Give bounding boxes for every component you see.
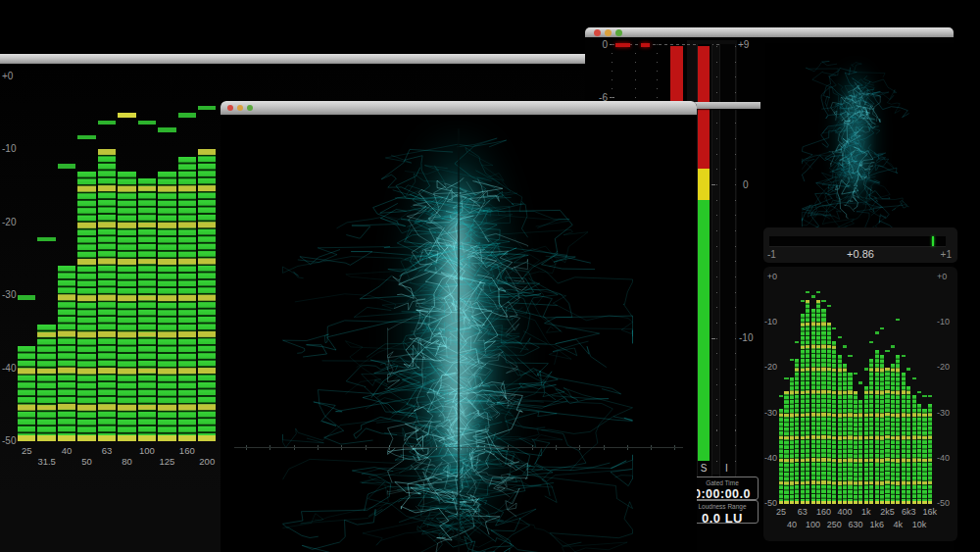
peak-hold-segment	[821, 300, 825, 302]
spectrum-bar	[832, 341, 836, 504]
peak-hold-segment	[928, 395, 932, 397]
minimize-button[interactable]	[237, 105, 243, 111]
spectrum-bar-base-row	[902, 501, 906, 504]
spectrum-bar-base-row	[784, 501, 788, 504]
spectrum-bar-base-row	[827, 501, 831, 504]
peak-hold-segment	[827, 305, 831, 307]
db-tick-label: -40	[937, 454, 950, 463]
peak-hold-segment	[806, 291, 809, 293]
spectrum-bar-base-row	[869, 501, 873, 504]
peak-hold-segment	[795, 341, 799, 343]
spectrum-bar-base-row	[912, 501, 916, 504]
spectrum-bar	[784, 391, 788, 505]
spectrum-bar-base-row	[790, 501, 794, 504]
close-button[interactable]	[227, 105, 233, 111]
spectrum-bar-base-row	[832, 501, 836, 504]
peak-hold-segment	[906, 368, 910, 370]
spectrum-bar-base-row	[864, 501, 868, 504]
peak-hold-segment	[790, 359, 794, 361]
peak-hold-segment	[896, 319, 900, 321]
db-tick-label: -50	[937, 499, 950, 508]
db-tick-label: -50	[761, 499, 777, 508]
spectrum-bar-base-row	[801, 501, 805, 504]
peak-hold-segment	[843, 345, 847, 347]
spectrum-bar	[864, 386, 868, 504]
correlation-max-label: +1	[941, 250, 952, 260]
spectrum-bar-base-row	[922, 501, 926, 504]
spectrum-bar	[891, 364, 895, 504]
peak-hold-segment	[854, 373, 858, 375]
spectrum-bar	[854, 391, 858, 505]
spectrum-bar-base-row	[838, 501, 842, 504]
spectrum-bar-base-row	[848, 501, 852, 504]
peak-hold-segment	[912, 377, 916, 379]
db-tick-label: +0	[937, 273, 947, 281]
spectrum-bar	[827, 323, 831, 504]
peak-hold-segment	[917, 391, 921, 393]
peak-hold-segment	[816, 291, 820, 293]
spectrum-bar-base-row	[885, 501, 889, 504]
spectrum-bar-base-row	[821, 501, 825, 504]
spectrum-bar-base-row	[843, 501, 847, 504]
spectrum-bar	[880, 355, 884, 504]
db-tick-label: -40	[761, 454, 777, 463]
spectrum-bar	[816, 300, 820, 504]
db-tick-label: -20	[761, 363, 777, 372]
spectrum-bar	[902, 373, 906, 504]
peak-hold-segment	[875, 331, 879, 333]
peak-hold-segment	[848, 355, 852, 357]
spectrum-bar	[806, 300, 809, 504]
peak-hold-segment	[869, 341, 873, 343]
spectrum-bar	[779, 409, 783, 504]
peak-hold-segment	[784, 377, 788, 379]
spectrum-bar-base-row	[928, 501, 932, 504]
spectrum-bar	[811, 309, 815, 504]
window-goniometer	[220, 101, 697, 552]
spectrum-bar-base-row	[906, 501, 910, 504]
spectrum-bar-base-row	[854, 501, 858, 504]
spectrum-bar-base-row	[806, 501, 809, 504]
db-tick-label: -30	[761, 409, 777, 418]
goniometer-titlebar[interactable]	[220, 101, 697, 115]
correlation-lane	[769, 236, 946, 247]
spectrum-bar	[912, 395, 916, 504]
spectrum-bar	[885, 368, 889, 504]
db-tick-label: -10	[761, 318, 777, 326]
db-tick-label: +0	[761, 273, 777, 281]
spectrum-bar-base-row	[858, 501, 862, 504]
spectrum-bar	[896, 355, 900, 504]
spectrum-bar	[848, 373, 852, 504]
spectrum-bar	[869, 359, 873, 504]
db-tick-label: -30	[937, 409, 950, 418]
spectrum-bar	[906, 386, 910, 504]
spectrum-bar-base-row	[811, 501, 815, 504]
correlation-panel: -1 +0.86 +1	[763, 227, 957, 263]
goniometer-small-panel	[765, 43, 957, 232]
spectrum-bar-base-row	[880, 501, 884, 504]
spectrum-bar-base-row	[891, 501, 895, 504]
peak-hold-segment	[858, 381, 862, 383]
peak-hold-segment	[922, 395, 926, 397]
desktop: +0-10-20-30-40-502531.540506380100125160…	[0, 0, 980, 552]
spectrum-bar-base-row	[816, 501, 820, 504]
peak-hold-segment	[885, 350, 889, 352]
scope-vertical-axis-overlay	[458, 128, 460, 552]
spectrum-bar	[838, 355, 842, 504]
zoom-button[interactable]	[247, 105, 253, 111]
goniometer-trace	[765, 43, 957, 232]
freq-label: 16k	[915, 508, 945, 517]
peak-hold-segment	[811, 295, 815, 297]
freq-label: 10k	[905, 521, 934, 529]
correlation-value: +0.86	[763, 249, 957, 260]
spectrum-bar-base-row	[875, 501, 879, 504]
peak-hold-segment	[902, 355, 906, 357]
db-tick-label: -20	[937, 363, 950, 372]
peak-hold-segment	[864, 368, 868, 370]
db-tick-label: -10	[937, 318, 950, 326]
peak-hold-segment	[838, 336, 842, 338]
spectrum-bar	[801, 314, 805, 504]
spectrum-bar-base-row	[795, 501, 799, 504]
peak-hold-segment	[801, 300, 805, 302]
peak-hold-segment	[779, 395, 783, 397]
spectrum-bar	[790, 377, 794, 504]
